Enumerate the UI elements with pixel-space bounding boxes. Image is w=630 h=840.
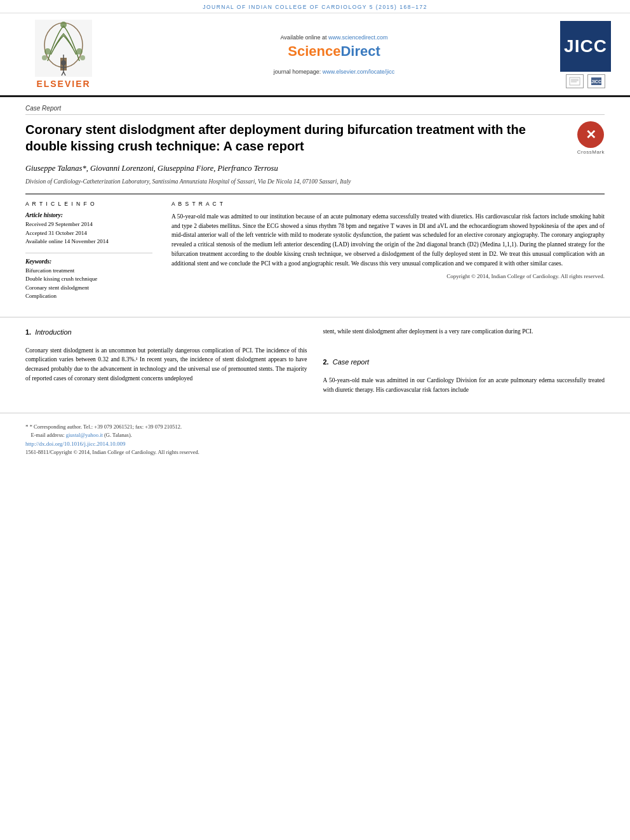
available-date: Available online 14 November 2014 [25,237,152,246]
keyword-4: Complication [25,292,152,301]
jicc-icon-2: JICC [587,74,605,88]
crossmark-label: CrossMark [577,149,605,155]
elsevier-small-icon [569,77,580,86]
jicc-logo-group: JICC JICC [560,21,611,88]
elsevier-logo: ELSEVIER [35,20,92,89]
article-info-heading: A R T I C L E I N F O [25,201,152,207]
section2-number: 2. [323,357,329,368]
page-header: ELSEVIER Available online at www.science… [0,13,630,97]
sciencedirect-logo: ScienceDirect [288,43,380,60]
svg-point-6 [42,55,47,60]
affiliation-text: Division of Cardiology-Catheterization L… [25,178,605,186]
crossmark-icon: ✕ [577,121,604,148]
abstract-col: A B S T R A C T A 50-year-old male was a… [171,201,605,307]
body-divider [0,317,630,317]
svg-point-4 [44,48,51,55]
section1-title: Introduction [35,327,71,338]
article-history-dates: Received 29 September 2014 Accepted 31 O… [25,220,152,246]
jicc-icon-1 [566,74,584,88]
body-col-left: 1. Introduction Coronary stent dislodgme… [25,327,307,400]
email-label: E-mail address: [31,432,65,438]
received-date: Received 29 September 2014 [25,220,152,229]
jicc-logo-box: JICC [560,21,611,72]
crossmark-badge: ✕ CrossMark [577,121,605,155]
journal-title-bar: JOURNAL OF INDIAN COLLEGE OF CARDIOLOGY … [203,4,427,10]
copyright-notice: Copyright © 2014, Indian College of Card… [171,273,605,279]
svg-point-5 [76,48,83,55]
keyword-2: Double kissing crush technique [25,275,152,284]
authors-list: Giuseppe Talanas*, Giovanni Lorenzoni, G… [25,163,605,175]
article-info-abstract-section: A R T I C L E I N F O Article history: R… [25,194,605,307]
svg-point-9 [61,60,66,65]
keywords-list: Bifurcation treatment Double kissing cru… [25,267,152,301]
header-center: Available online at www.sciencedirect.co… [121,20,547,89]
footer-area: * * Corresponding author. Tel.: +39 079 … [0,413,630,462]
issn-text: 1561-8811/Copyright © 2014, Indian Colle… [25,449,605,455]
elsevier-tree-icon [35,20,92,77]
doi-link[interactable]: http://dx.doi.org/10.1016/j.jicc.2014.10… [25,441,605,447]
email-name: (G. Talanas). [104,432,132,438]
main-content: Case Report Coronary stent dislodgment a… [0,97,630,307]
jicc-logo-section: JICC JICC [554,20,617,89]
keyword-1: Bifurcation treatment [25,267,152,276]
section2-title: Case report [333,357,369,368]
tel-info: Tel.: +39 079 2061521; fax: +39 079 2105… [83,423,182,430]
corresponding-label: * Corresponding author. [30,423,82,430]
body-col-right: stent, while stent dislodgment after dep… [323,327,605,400]
title-area: Coronary stent dislodgment after deploym… [25,121,605,155]
section1-number: 1. [25,327,31,338]
sciencedirect-url[interactable]: www.sciencedirect.com [328,34,388,41]
section-type-label: Case Report [25,105,605,115]
jicc-small-icon: JICC [591,77,602,86]
accepted-date: Accepted 31 October 2014 [25,229,152,238]
author-email[interactable]: giustal@yahoo.it [66,432,103,438]
article-history-label: Article history: [25,212,152,218]
svg-rect-14 [570,77,580,85]
keywords-label: Keywords: [25,258,152,265]
section1-continued: stent, while stent dislodgment after dep… [323,327,605,337]
journal-top-bar: JOURNAL OF INDIAN COLLEGE OF CARDIOLOGY … [0,0,630,13]
keyword-3: Coronary stent dislodgment [25,284,152,293]
available-online-text: Available online at www.sciencedirect.co… [281,34,388,41]
section2-body: A 50-years-old male was admitted in our … [323,376,605,394]
footnote-email: E-mail address: giustal@yahoo.it (G. Tal… [25,431,605,439]
body-content: 1. Introduction Coronary stent dislodgme… [0,327,630,400]
svg-point-8 [60,22,67,28]
section1-body: Coronary stent dislodgment is an uncommo… [25,346,307,383]
footnote-corresponding: * * Corresponding author. Tel.: +39 079 … [25,423,605,432]
journal-homepage-text: journal homepage: www.elsevier.com/locat… [274,69,395,75]
info-divider [25,253,152,253]
article-info-col: A R T I C L E I N F O Article history: R… [25,201,152,307]
article-title: Coronary stent dislodgment after deploym… [25,121,565,154]
jicc-icon-row: JICC [566,74,605,88]
svg-text:JICC: JICC [591,79,601,84]
svg-point-7 [80,55,85,60]
elsevier-logo-section: ELSEVIER [13,20,114,89]
abstract-body: A 50-year-old male was admitted to our i… [171,212,605,268]
elsevier-brand-text: ELSEVIER [36,79,90,89]
abstract-heading: A B S T R A C T [171,201,605,207]
homepage-url[interactable]: www.elsevier.com/locate/jicc [323,69,395,75]
